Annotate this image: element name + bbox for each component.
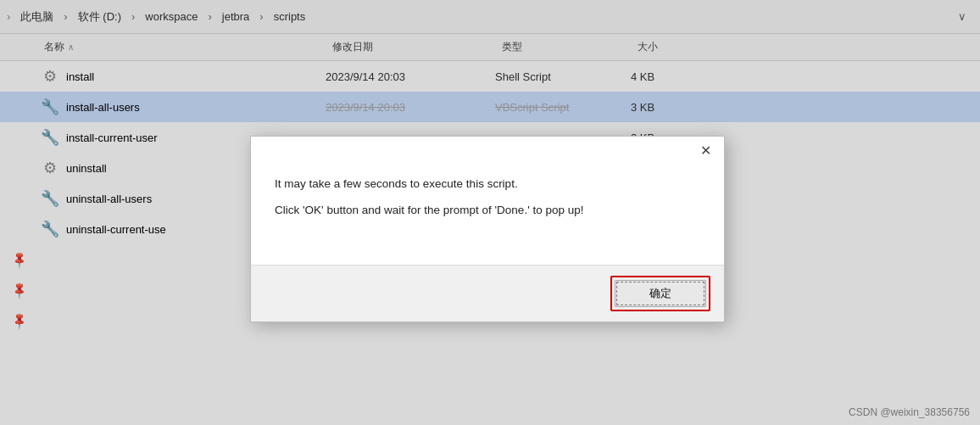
dialog-message-2: Click 'OK' button and wait for the promp… <box>275 204 700 216</box>
dialog-close-button[interactable]: ✕ <box>693 138 717 162</box>
dialog-message-1: It may take a few seconds to execute thi… <box>275 177 700 190</box>
dialog: ✕ It may take a few seconds to execute t… <box>250 136 725 322</box>
dialog-footer: 确定 <box>251 265 724 322</box>
modal-overlay: ✕ It may take a few seconds to execute t… <box>0 0 980 425</box>
dialog-body: It may take a few seconds to execute thi… <box>251 164 724 265</box>
ok-button[interactable]: 确定 <box>615 280 706 307</box>
ok-button-wrapper: 确定 <box>610 276 710 311</box>
dialog-titlebar: ✕ <box>251 137 724 164</box>
